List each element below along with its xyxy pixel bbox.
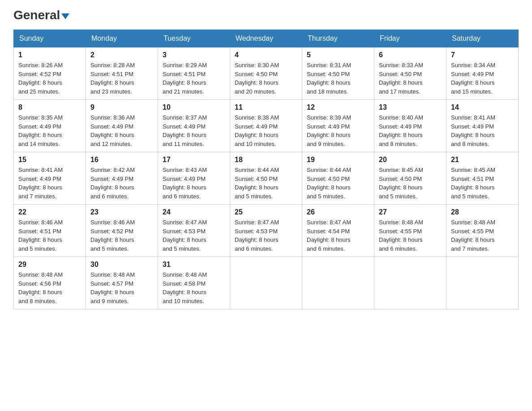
weekday-header-cell: Wednesday: [230, 30, 302, 47]
day-number: 24: [163, 208, 225, 216]
day-info: Sunrise: 8:45 AMSunset: 4:51 PMDaylight:…: [451, 166, 514, 201]
day-number: 26: [307, 208, 369, 216]
day-number: 9: [90, 103, 153, 111]
day-info: Sunrise: 8:48 AMSunset: 4:55 PMDaylight:…: [451, 218, 514, 253]
calendar-day-cell: 17 Sunrise: 8:43 AMSunset: 4:49 PMDaylig…: [158, 152, 230, 205]
day-number: 15: [18, 156, 81, 164]
calendar-day-cell: 13 Sunrise: 8:40 AMSunset: 4:49 PMDaylig…: [374, 100, 446, 152]
day-number: 19: [307, 156, 369, 164]
day-info: Sunrise: 8:42 AMSunset: 4:49 PMDaylight:…: [90, 166, 153, 201]
weekday-header-cell: Tuesday: [158, 30, 230, 47]
calendar-week-row: 1 Sunrise: 8:26 AMSunset: 4:52 PMDayligh…: [14, 47, 519, 100]
logo-general: General: [13, 9, 60, 21]
calendar-day-cell: 1 Sunrise: 8:26 AMSunset: 4:52 PMDayligh…: [14, 47, 86, 100]
weekday-header-cell: Saturday: [446, 30, 519, 47]
calendar-day-cell: 22 Sunrise: 8:46 AMSunset: 4:51 PMDaylig…: [14, 205, 86, 257]
day-number: 21: [451, 156, 514, 164]
calendar-day-cell: 26 Sunrise: 8:47 AMSunset: 4:54 PMDaylig…: [302, 205, 374, 257]
calendar-day-cell: 5 Sunrise: 8:31 AMSunset: 4:50 PMDayligh…: [302, 47, 374, 100]
logo-triangle-icon: [61, 13, 69, 19]
weekday-header-cell: Friday: [374, 30, 446, 47]
day-info: Sunrise: 8:48 AMSunset: 4:56 PMDaylight:…: [18, 270, 81, 305]
calendar-day-cell: 2 Sunrise: 8:28 AMSunset: 4:51 PMDayligh…: [86, 47, 158, 100]
day-number: 1: [18, 51, 81, 59]
calendar-day-cell: 19 Sunrise: 8:44 AMSunset: 4:50 PMDaylig…: [302, 152, 374, 205]
calendar-day-cell: [302, 257, 374, 309]
weekday-header-cell: Thursday: [302, 30, 374, 47]
calendar-day-cell: 27 Sunrise: 8:48 AMSunset: 4:55 PMDaylig…: [374, 205, 446, 257]
calendar-day-cell: 15 Sunrise: 8:41 AMSunset: 4:49 PMDaylig…: [14, 152, 86, 205]
day-info: Sunrise: 8:37 AMSunset: 4:49 PMDaylight:…: [163, 113, 225, 148]
day-number: 31: [163, 261, 225, 269]
calendar-day-cell: 7 Sunrise: 8:34 AMSunset: 4:49 PMDayligh…: [446, 47, 519, 100]
day-number: 28: [451, 208, 514, 216]
day-info: Sunrise: 8:35 AMSunset: 4:49 PMDaylight:…: [18, 113, 81, 148]
calendar-day-cell: 3 Sunrise: 8:29 AMSunset: 4:51 PMDayligh…: [158, 47, 230, 100]
calendar-week-row: 29 Sunrise: 8:48 AMSunset: 4:56 PMDaylig…: [14, 257, 519, 309]
day-number: 17: [163, 156, 225, 164]
day-number: 2: [90, 51, 153, 59]
day-info: Sunrise: 8:33 AMSunset: 4:50 PMDaylight:…: [379, 61, 442, 96]
calendar-day-cell: 18 Sunrise: 8:44 AMSunset: 4:50 PMDaylig…: [230, 152, 302, 205]
day-info: Sunrise: 8:48 AMSunset: 4:57 PMDaylight:…: [90, 270, 153, 305]
calendar-day-cell: 29 Sunrise: 8:48 AMSunset: 4:56 PMDaylig…: [14, 257, 86, 309]
day-info: Sunrise: 8:28 AMSunset: 4:51 PMDaylight:…: [90, 61, 153, 96]
day-info: Sunrise: 8:41 AMSunset: 4:49 PMDaylight:…: [451, 113, 514, 148]
calendar-day-cell: 11 Sunrise: 8:38 AMSunset: 4:49 PMDaylig…: [230, 100, 302, 152]
calendar-day-cell: 4 Sunrise: 8:30 AMSunset: 4:50 PMDayligh…: [230, 47, 302, 100]
calendar-day-cell: 6 Sunrise: 8:33 AMSunset: 4:50 PMDayligh…: [374, 47, 446, 100]
page-header: General: [13, 9, 519, 21]
logo: General: [13, 9, 69, 21]
calendar-day-cell: 23 Sunrise: 8:46 AMSunset: 4:52 PMDaylig…: [86, 205, 158, 257]
day-info: Sunrise: 8:44 AMSunset: 4:50 PMDaylight:…: [235, 166, 297, 201]
day-info: Sunrise: 8:26 AMSunset: 4:52 PMDaylight:…: [18, 61, 81, 96]
day-info: Sunrise: 8:41 AMSunset: 4:49 PMDaylight:…: [18, 166, 81, 201]
day-number: 11: [235, 103, 297, 111]
day-info: Sunrise: 8:48 AMSunset: 4:55 PMDaylight:…: [379, 218, 442, 253]
day-info: Sunrise: 8:48 AMSunset: 4:58 PMDaylight:…: [163, 270, 225, 305]
day-info: Sunrise: 8:47 AMSunset: 4:53 PMDaylight:…: [235, 218, 297, 253]
calendar-day-cell: [446, 257, 519, 309]
calendar-day-cell: 21 Sunrise: 8:45 AMSunset: 4:51 PMDaylig…: [446, 152, 519, 205]
weekday-header-cell: Monday: [86, 30, 158, 47]
day-number: 25: [235, 208, 297, 216]
day-number: 10: [163, 103, 225, 111]
weekday-header-cell: Sunday: [14, 30, 86, 47]
calendar-week-row: 22 Sunrise: 8:46 AMSunset: 4:51 PMDaylig…: [14, 205, 519, 257]
calendar-day-cell: 20 Sunrise: 8:45 AMSunset: 4:50 PMDaylig…: [374, 152, 446, 205]
calendar-day-cell: [374, 257, 446, 309]
calendar-day-cell: 12 Sunrise: 8:39 AMSunset: 4:49 PMDaylig…: [302, 100, 374, 152]
calendar-day-cell: 14 Sunrise: 8:41 AMSunset: 4:49 PMDaylig…: [446, 100, 519, 152]
calendar-day-cell: 25 Sunrise: 8:47 AMSunset: 4:53 PMDaylig…: [230, 205, 302, 257]
day-info: Sunrise: 8:44 AMSunset: 4:50 PMDaylight:…: [307, 166, 369, 201]
day-number: 30: [90, 261, 153, 269]
calendar-day-cell: [230, 257, 302, 309]
day-number: 23: [90, 208, 153, 216]
calendar-day-cell: 24 Sunrise: 8:47 AMSunset: 4:53 PMDaylig…: [158, 205, 230, 257]
calendar-week-row: 15 Sunrise: 8:41 AMSunset: 4:49 PMDaylig…: [14, 152, 519, 205]
day-number: 29: [18, 261, 81, 269]
day-info: Sunrise: 8:46 AMSunset: 4:52 PMDaylight:…: [90, 218, 153, 253]
calendar-day-cell: 31 Sunrise: 8:48 AMSunset: 4:58 PMDaylig…: [158, 257, 230, 309]
calendar-day-cell: 8 Sunrise: 8:35 AMSunset: 4:49 PMDayligh…: [14, 100, 86, 152]
day-info: Sunrise: 8:34 AMSunset: 4:49 PMDaylight:…: [451, 61, 514, 96]
day-number: 8: [18, 103, 81, 111]
day-number: 27: [379, 208, 442, 216]
calendar-day-cell: 10 Sunrise: 8:37 AMSunset: 4:49 PMDaylig…: [158, 100, 230, 152]
day-number: 3: [163, 51, 225, 59]
day-number: 6: [379, 51, 442, 59]
calendar-day-cell: 30 Sunrise: 8:48 AMSunset: 4:57 PMDaylig…: [86, 257, 158, 309]
day-info: Sunrise: 8:46 AMSunset: 4:51 PMDaylight:…: [18, 218, 81, 253]
day-info: Sunrise: 8:45 AMSunset: 4:50 PMDaylight:…: [379, 166, 442, 201]
day-number: 14: [451, 103, 514, 111]
day-number: 12: [307, 103, 369, 111]
calendar-day-cell: 16 Sunrise: 8:42 AMSunset: 4:49 PMDaylig…: [86, 152, 158, 205]
day-number: 7: [451, 51, 514, 59]
calendar-day-cell: 9 Sunrise: 8:36 AMSunset: 4:49 PMDayligh…: [86, 100, 158, 152]
day-info: Sunrise: 8:47 AMSunset: 4:53 PMDaylight:…: [163, 218, 225, 253]
day-number: 20: [379, 156, 442, 164]
day-number: 18: [235, 156, 297, 164]
day-info: Sunrise: 8:38 AMSunset: 4:49 PMDaylight:…: [235, 113, 297, 148]
calendar-body: 1 Sunrise: 8:26 AMSunset: 4:52 PMDayligh…: [14, 47, 519, 309]
calendar-table: SundayMondayTuesdayWednesdayThursdayFrid…: [13, 30, 519, 309]
